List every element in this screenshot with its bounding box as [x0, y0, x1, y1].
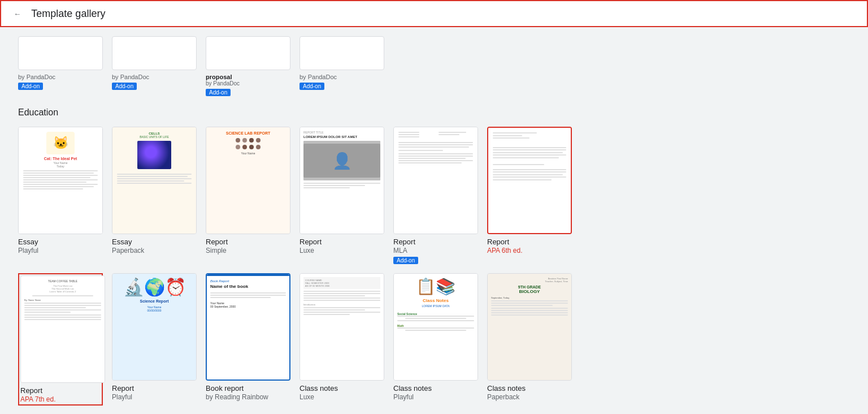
card-essay-playful[interactable]: 🐱 Cat: The Ideal Pet Your NameToday — [18, 127, 103, 264]
page-title: Template gallery — [31, 8, 105, 20]
main-content: by PandaDoc Add-on by PandaDoc Add-on pr… — [0, 27, 868, 413]
card-label-essay-paperback: Essay — [112, 238, 197, 246]
template-row-2: TEAM COFFEE TABLE The First Work ListThe… — [18, 273, 850, 406]
card-report-apa7[interactable]: TEAM COFFEE TABLE The First Work ListThe… — [18, 273, 103, 406]
card-label-classnotes-playful: Class notes — [393, 384, 478, 393]
addon-badge-3: Add-on — [206, 89, 231, 96]
luxe-person-image: 👤 — [303, 141, 380, 180]
card-label-report-mla: Report — [393, 238, 478, 246]
partial-card-3: proposal by PandaDoc Add-on — [206, 36, 290, 96]
card-sublabel-classnotes-playful: Playful — [393, 393, 478, 401]
card-sublabel-classnotes-luxe: Luxe — [300, 393, 384, 401]
cat-icon: 🐱 — [46, 132, 75, 154]
science-icon: 🔬🌍⏰ — [123, 277, 186, 297]
partial-card-4: by PandaDoc Add-on — [300, 36, 384, 96]
template-row-1: 🐱 Cat: The Ideal Pet Your NameToday — [18, 127, 850, 264]
card-report-luxe[interactable]: REPORT TITLE LOREM IPSUM DOLOR SIT AMET … — [300, 127, 384, 264]
cell-image — [137, 141, 171, 169]
card-report-mla[interactable]: Report MLA Add-on — [393, 127, 478, 264]
card-report-apa6[interactable]: Report APA 6th ed. — [487, 127, 572, 264]
card-label-report-playful: Report — [112, 384, 197, 393]
card-label-classnotes-pb: Class notes — [487, 384, 572, 393]
card-sublabel-report-apa6: APA 6th ed. — [487, 247, 572, 255]
section-title-education: Education — [18, 107, 850, 118]
card-report-playful[interactable]: 🔬🌍⏰ Science Report Your Name00/00/0000 R… — [112, 273, 197, 406]
card-classnotes-playful[interactable]: 📋📚 Class Notes LOREM IPSUM DATA Social S… — [393, 273, 478, 406]
addon-badge-mla: Add-on — [393, 257, 418, 264]
back-icon: ← — [14, 10, 21, 18]
card-label-essay-playful: Essay — [18, 238, 103, 246]
card-classnotes-luxe[interactable]: COURSE NAMEFALL SEMESTER 200XAS OF 00 MO… — [300, 273, 384, 406]
partial-card-1: by PandaDoc Add-on — [18, 36, 103, 96]
card-sublabel-report-playful: Playful — [112, 393, 197, 401]
card-sublabel-book-report: by Reading Rainbow — [206, 393, 290, 401]
topbar: ← Template gallery — [0, 0, 868, 27]
card-sublabel-report-luxe: Luxe — [300, 247, 384, 255]
card-label-report-simple: Report — [206, 238, 290, 246]
card-sublabel-report-apa7: APA 7th ed. — [20, 395, 101, 403]
card-label-report-luxe: Report — [300, 238, 384, 246]
card-sublabel-essay-playful: Playful — [18, 247, 103, 255]
notes-icon: 📋📚 — [416, 277, 455, 296]
card-essay-paperback[interactable]: CELLS BASIC UNITS OF LIFE Essay Paperbac — [112, 127, 197, 264]
addon-badge-4: Add-on — [300, 83, 324, 90]
back-button[interactable]: ← — [10, 6, 24, 21]
card-sublabel-classnotes-pb: Paperback — [487, 393, 572, 401]
card-sublabel-essay-paperback: Paperback — [112, 247, 197, 255]
card-label-report-apa7: Report — [20, 386, 101, 395]
card-sublabel-report-mla: MLA — [393, 247, 478, 255]
card-label-book-report: Book report — [206, 384, 290, 393]
partial-top-row: by PandaDoc Add-on by PandaDoc Add-on pr… — [18, 36, 850, 101]
card-book-report[interactable]: Book Report Name of the book Your Name00… — [206, 273, 290, 406]
addon-badge-2: Add-on — [112, 83, 137, 90]
card-sublabel-report-simple: Simple — [206, 247, 290, 255]
card-label-classnotes-luxe: Class notes — [300, 384, 384, 393]
addon-badge: Add-on — [18, 83, 43, 90]
card-report-simple[interactable]: SCIENCE LAB REPORT Your Name — [206, 127, 290, 264]
card-classnotes-pb[interactable]: Beatrice First NameTeacher, Subject, Tim… — [487, 273, 572, 406]
card-label-report-apa6: Report — [487, 238, 572, 246]
partial-card-2: by PandaDoc Add-on — [112, 36, 197, 96]
